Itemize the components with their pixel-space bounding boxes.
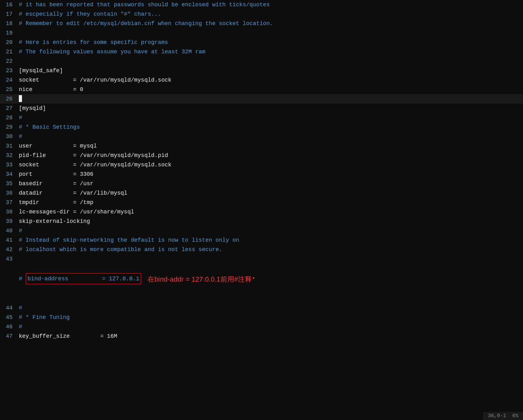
line-number-40: 40 — [3, 226, 19, 235]
highlight-box: bind-address = 127.0.0.1 — [26, 273, 141, 284]
line-number-20: 20 — [3, 38, 19, 47]
line-number-43: 43 — [3, 254, 19, 264]
line-content-26 — [19, 94, 520, 104]
line-17: 17 # escpecially if they contain "#" cha… — [0, 9, 523, 19]
line-41: 41 # Instead of skip-networking the defa… — [0, 235, 523, 245]
line-content-36: datadir = /var/lib/mysql — [19, 188, 520, 198]
status-bar: 36,0-1 6% — [483, 412, 523, 420]
line-number-42: 42 — [3, 245, 19, 254]
line-26: 26 — [0, 94, 523, 104]
line-number-29: 29 — [3, 122, 19, 132]
line-44: 44 # — [0, 303, 523, 313]
line-content-23: [mysqld_safe] — [19, 66, 520, 75]
line-content-34: port = 3306 — [19, 170, 520, 179]
line-content-17: # escpecially if they contain "#" chars.… — [19, 9, 520, 19]
line-number-41: 41 — [3, 235, 19, 245]
annotation-wrapper: # bind-address = 127.0.0.1 在bind-addr = … — [19, 273, 520, 284]
line-number-35: 35 — [3, 179, 19, 188]
line-number-26: 26 — [3, 94, 19, 104]
scroll-percent: 6% — [512, 413, 518, 419]
line-content-30: # — [19, 132, 520, 141]
line-number-30: 30 — [3, 132, 19, 141]
line-content-39: skip-external-locking — [19, 217, 520, 226]
line-number-27: 27 — [3, 104, 19, 113]
cursor-position: 36,0-1 — [488, 413, 506, 419]
line-32: 32 pid-file = /var/run/mysqld/mysqld.pid — [0, 151, 523, 160]
line-24: 24 socket = /var/run/mysqld/mysqld.sock — [0, 75, 523, 85]
line-number-33: 33 — [3, 160, 19, 170]
line-27: 27 [mysqld] — [0, 104, 523, 113]
line-content-27: [mysqld] — [19, 104, 520, 113]
line-content-32: pid-file = /var/run/mysqld/mysqld.pid — [19, 151, 520, 160]
line-content-20: # Here is entries for some specific prog… — [19, 38, 520, 47]
line-content-28: # — [19, 113, 520, 122]
line-number-19: 19 — [3, 28, 19, 38]
line-number-23: 23 — [3, 66, 19, 75]
line-31: 31 user = mysql — [0, 141, 523, 151]
line-42: 42 # localhost which is more compatible … — [0, 245, 523, 254]
line-content-46: # — [19, 322, 520, 331]
line-number-24: 24 — [3, 75, 19, 85]
line-number-44: 44 — [3, 303, 19, 313]
line-number-22: 22 — [3, 57, 19, 66]
line-number-16: 16 — [3, 0, 19, 9]
line-number-21: 21 — [3, 47, 19, 57]
line-content-35: basedir = /usr — [19, 179, 520, 188]
line-number-38: 38 — [3, 207, 19, 217]
line-33: 33 socket = /var/run/mysqld/mysqld.sock — [0, 160, 523, 170]
line-number-31: 31 — [3, 141, 19, 151]
line-number-47: 47 — [3, 331, 19, 341]
line-content-18: # Remember to edit /etc/mysql/debian.cnf… — [19, 19, 520, 28]
line-38: 38 lc-messages-dir = /usr/share/mysql — [0, 207, 523, 217]
line-18: 18 # Remember to edit /etc/mysql/debian.… — [0, 19, 523, 28]
line-content-47: key_buffer_size = 16M — [19, 331, 520, 341]
line-content-43: # bind-address = 127.0.0.1 在bind-addr = … — [19, 254, 520, 303]
line-36: 36 datadir = /var/lib/mysql — [0, 188, 523, 198]
line-content-40: # — [19, 226, 520, 235]
line-25: 25 nice = 0 — [0, 85, 523, 94]
line-number-32: 32 — [3, 151, 19, 160]
line-28: 28 # — [0, 113, 523, 122]
line-number-39: 39 — [3, 217, 19, 226]
line-content-16: # it has been reported that passwords sh… — [19, 0, 520, 9]
line-number-37: 37 — [3, 198, 19, 207]
line-content-37: tmpdir = /tmp — [19, 198, 520, 207]
line-30: 30 # — [0, 132, 523, 141]
line-content-25: nice = 0 — [19, 85, 520, 94]
line-number-36: 36 — [3, 188, 19, 198]
line-content-33: socket = /var/run/mysqld/mysqld.sock — [19, 160, 520, 170]
line-number-45: 45 — [3, 313, 19, 322]
line-40: 40 # — [0, 226, 523, 235]
line-45: 45 # * Fine Tuning — [0, 313, 523, 322]
line-21: 21 # The following values assume you hav… — [0, 47, 523, 57]
line-number-17: 17 — [3, 9, 19, 19]
line-43: 43 # bind-address = 127.0.0.1 在bind-addr… — [0, 254, 523, 303]
line-number-34: 34 — [3, 170, 19, 179]
line-16: 16 # it has been reported that passwords… — [0, 0, 523, 9]
line-number-28: 28 — [3, 113, 19, 122]
line-29: 29 # * Basic Settings — [0, 122, 523, 132]
line-47: 47 key_buffer_size = 16M — [0, 331, 523, 341]
line-number-18: 18 — [3, 19, 19, 28]
line-35: 35 basedir = /usr — [0, 179, 523, 188]
text-cursor — [19, 95, 22, 102]
line-19: 19 — [0, 28, 523, 38]
line-37: 37 tmpdir = /tmp — [0, 198, 523, 207]
annotation-text: 在bind-addr = 127.0.0.1前用#注释● — [148, 273, 255, 284]
line-content-41: # Instead of skip-networking the default… — [19, 235, 520, 245]
line-content-38: lc-messages-dir = /usr/share/mysql — [19, 207, 520, 217]
code-area[interactable]: 16 # it has been reported that passwords… — [0, 0, 523, 411]
line-34: 34 port = 3306 — [0, 170, 523, 179]
line-number-25: 25 — [3, 85, 19, 94]
editor-container: 16 # it has been reported that passwords… — [0, 0, 523, 420]
line-content-42: # localhost which is more compatible and… — [19, 245, 520, 254]
line-content-45: # * Fine Tuning — [19, 313, 520, 322]
line-content-24: socket = /var/run/mysqld/mysqld.sock — [19, 75, 520, 85]
line-46: 46 # — [0, 322, 523, 331]
line-23: 23 [mysqld_safe] — [0, 66, 523, 75]
line-39: 39 skip-external-locking — [0, 217, 523, 226]
line-20: 20 # Here is entries for some specific p… — [0, 38, 523, 47]
line-22: 22 — [0, 57, 523, 66]
line-content-44: # — [19, 303, 520, 313]
line-content-29: # * Basic Settings — [19, 122, 520, 132]
